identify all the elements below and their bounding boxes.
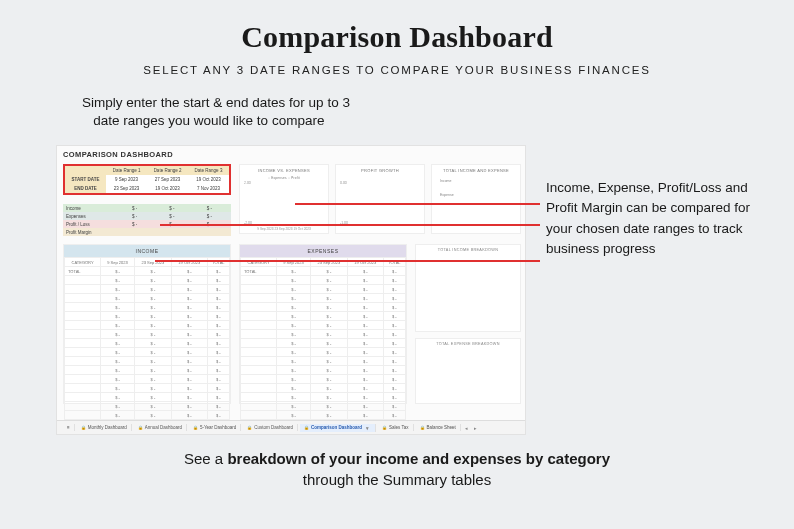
hamburger-icon[interactable]: ≡: [63, 424, 75, 431]
tab-monthly[interactable]: 🔒Monthly Dashboard: [77, 424, 132, 431]
tab-sales-tax[interactable]: 🔒Sales Tax: [378, 424, 413, 431]
end-date-1[interactable]: 23 Sep 2023: [106, 184, 147, 193]
lock-icon: 🔒: [304, 425, 309, 430]
end-date-2[interactable]: 19 Oct 2023: [147, 184, 188, 193]
tab-custom[interactable]: 🔒Custom Dashboard: [243, 424, 298, 431]
tab-comparison[interactable]: 🔒Comparison Dashboard▾: [300, 424, 376, 432]
summary-metrics: Income$ -$ -$ - Expenses$ -$ -$ - Profit…: [63, 204, 231, 236]
start-date-3[interactable]: 19 Oct 2023: [188, 175, 229, 184]
income-summary-table: INCOME CATEGORY9 Sep 202323 Sep 202319 O…: [63, 244, 231, 404]
sheet-tabs: ≡ 🔒Monthly Dashboard 🔒Annual Dashboard 🔒…: [57, 420, 525, 434]
income-breakdown-chart: TOTAL INCOME BREAKDOWN: [415, 244, 521, 332]
spreadsheet-screenshot: COMPARISON DASHBOARD Date Range 1 Date R…: [56, 145, 526, 435]
tab-balance[interactable]: 🔒Balance Sheet: [416, 424, 461, 431]
lock-icon: 🔒: [420, 425, 425, 430]
end-date-label: END DATE: [65, 184, 106, 193]
chevron-left-icon[interactable]: ◂: [463, 425, 470, 431]
expense-breakdown-chart: TOTAL EXPENSE BREAKDOWN: [415, 338, 521, 404]
dashboard-heading: COMPARISON DASHBOARD: [63, 150, 173, 159]
chevron-right-icon[interactable]: ▸: [472, 425, 479, 431]
start-date-1[interactable]: 9 Sep 2023: [106, 175, 147, 184]
lock-icon: 🔒: [193, 425, 198, 430]
start-date-label: START DATE: [65, 175, 106, 184]
chevron-down-icon: ▾: [364, 425, 371, 431]
income-table-grid: CATEGORY9 Sep 202323 Sep 202319 Oct 2023…: [64, 257, 230, 420]
callout-line: [155, 260, 540, 262]
lock-icon: 🔒: [247, 425, 252, 430]
date-range-block: Date Range 1 Date Range 2 Date Range 3 S…: [63, 164, 231, 195]
intro-text: Simply enter the start & end dates for u…: [82, 94, 402, 130]
side-annotation: Income, Expense, Profit/Loss and Profit …: [546, 178, 756, 259]
start-date-2[interactable]: 27 Sep 2023: [147, 175, 188, 184]
tab-5year[interactable]: 🔒5-Year Dashboard: [189, 424, 241, 431]
lock-icon: 🔒: [138, 425, 143, 430]
callout-line: [295, 203, 540, 205]
footer-annotation: See a breakdown of your income and expen…: [0, 448, 794, 490]
lock-icon: 🔒: [382, 425, 387, 430]
expense-table-grid: CATEGORY9 Sep 202323 Sep 202319 Oct 2023…: [240, 257, 406, 420]
page-title: Comparison Dashboard: [0, 20, 794, 54]
end-date-3[interactable]: 7 Nov 2023: [188, 184, 229, 193]
lock-icon: 🔒: [81, 425, 86, 430]
page-subtitle: SELECT ANY 3 DATE RANGES TO COMPARE YOUR…: [0, 64, 794, 76]
tab-annual[interactable]: 🔒Annual Dashboard: [134, 424, 187, 431]
callout-line: [160, 224, 540, 226]
expense-summary-table: EXPENSES CATEGORY9 Sep 202323 Sep 202319…: [239, 244, 407, 404]
